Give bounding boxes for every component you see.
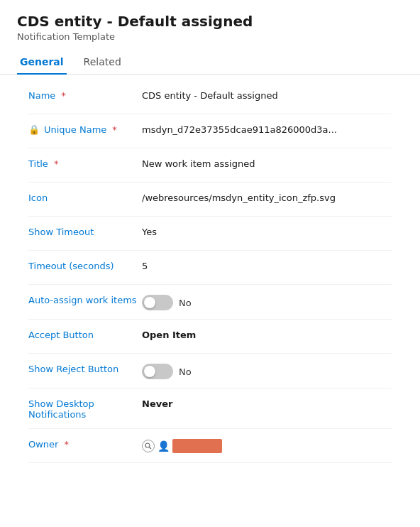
label-unique-name: 🔒 Unique Name * xyxy=(28,123,142,135)
value-show-desktop-notifications: Never xyxy=(142,397,392,409)
value-show-reject-button: No xyxy=(142,362,392,379)
toggle-auto-assign[interactable] xyxy=(142,295,173,310)
label-unique-name-text: Unique Name xyxy=(44,124,106,135)
toggle-knob-show-reject xyxy=(144,366,155,377)
toggle-auto-assign-wrapper: No xyxy=(142,295,392,310)
field-accept-button: Accept Button Open Item xyxy=(28,320,392,354)
toggle-label-show-reject: No xyxy=(179,366,192,377)
label-title-text: Title xyxy=(28,158,48,169)
page-title: CDS entity - Default assigned xyxy=(17,13,403,30)
field-show-timeout: Show Timeout Yes xyxy=(28,217,392,251)
tab-bar: General Related xyxy=(0,50,420,75)
value-timeout-seconds: 5 xyxy=(142,259,392,271)
label-show-timeout: Show Timeout xyxy=(28,225,142,237)
field-name: Name * CDS entity - Default assigned xyxy=(28,80,392,114)
field-show-desktop-notifications: Show Desktop Notifications Never xyxy=(28,389,392,429)
label-timeout-seconds-text: Timeout (seconds) xyxy=(28,261,114,271)
label-show-reject-button-text: Show Reject Button xyxy=(28,364,118,374)
field-auto-assign: Auto-assign work items No xyxy=(28,285,392,320)
field-icon: Icon /webresources/msdyn_entity_icon_zfp… xyxy=(28,183,392,217)
owner-bar xyxy=(172,439,222,453)
toggle-knob-auto-assign xyxy=(144,297,155,308)
svg-line-1 xyxy=(150,447,152,450)
toggle-show-reject-wrapper: No xyxy=(142,364,392,379)
label-icon-text: Icon xyxy=(28,192,48,203)
label-timeout-seconds: Timeout (seconds) xyxy=(28,259,142,271)
label-show-desktop-notifications: Show Desktop Notifications xyxy=(28,397,142,420)
required-star-name: * xyxy=(61,90,66,101)
label-owner: Owner * xyxy=(28,438,142,450)
label-name-text: Name xyxy=(28,90,55,101)
label-show-reject-button: Show Reject Button xyxy=(28,362,142,374)
field-show-reject-button: Show Reject Button No xyxy=(28,354,392,389)
value-accept-button: Open Item xyxy=(142,328,392,340)
form-container: Name * CDS entity - Default assigned 🔒 U… xyxy=(0,75,420,469)
required-star-title: * xyxy=(54,158,59,169)
label-show-timeout-text: Show Timeout xyxy=(28,227,94,237)
value-auto-assign: No xyxy=(142,293,392,310)
field-title: Title * New work item assigned xyxy=(28,148,392,183)
field-unique-name: 🔒 Unique Name * msdyn_d72e37355dcae911a8… xyxy=(28,114,392,148)
value-title: New work item assigned xyxy=(142,157,392,169)
label-owner-text: Owner xyxy=(28,439,58,450)
tab-related[interactable]: Related xyxy=(81,50,124,75)
svg-point-0 xyxy=(145,443,150,447)
field-owner: Owner * 👤 xyxy=(28,429,392,463)
owner-lookup-icon xyxy=(145,442,152,450)
lock-icon: 🔒 xyxy=(28,124,40,135)
label-accept-button-text: Accept Button xyxy=(28,330,94,340)
value-icon: /webresources/msdyn_entity_icon_zfp.svg xyxy=(142,191,392,203)
required-star-owner: * xyxy=(64,439,69,450)
value-owner: 👤 xyxy=(142,438,392,453)
owner-person-icon: 👤 xyxy=(158,440,170,452)
label-title: Title * xyxy=(28,157,142,169)
page-subtitle: Notification Template xyxy=(17,31,403,42)
owner-icons-wrapper: 👤 xyxy=(142,439,392,453)
label-accept-button: Accept Button xyxy=(28,328,142,340)
label-auto-assign: Auto-assign work items xyxy=(28,293,142,305)
toggle-label-auto-assign: No xyxy=(179,298,192,308)
tab-general[interactable]: General xyxy=(17,50,67,75)
owner-circle-icon[interactable] xyxy=(142,440,155,452)
page-header: CDS entity - Default assigned Notificati… xyxy=(0,0,420,42)
label-auto-assign-text: Auto-assign work items xyxy=(28,295,137,305)
value-unique-name: msdyn_d72e37355dcae911a826000d3a... xyxy=(142,123,392,135)
toggle-show-reject[interactable] xyxy=(142,364,173,379)
label-show-desktop-notifications-text: Show Desktop Notifications xyxy=(28,398,142,420)
label-name: Name * xyxy=(28,89,142,101)
label-icon: Icon xyxy=(28,191,142,203)
required-star-unique-name: * xyxy=(112,124,117,135)
value-name: CDS entity - Default assigned xyxy=(142,89,392,101)
value-show-timeout: Yes xyxy=(142,225,392,237)
field-timeout-seconds: Timeout (seconds) 5 xyxy=(28,251,392,285)
